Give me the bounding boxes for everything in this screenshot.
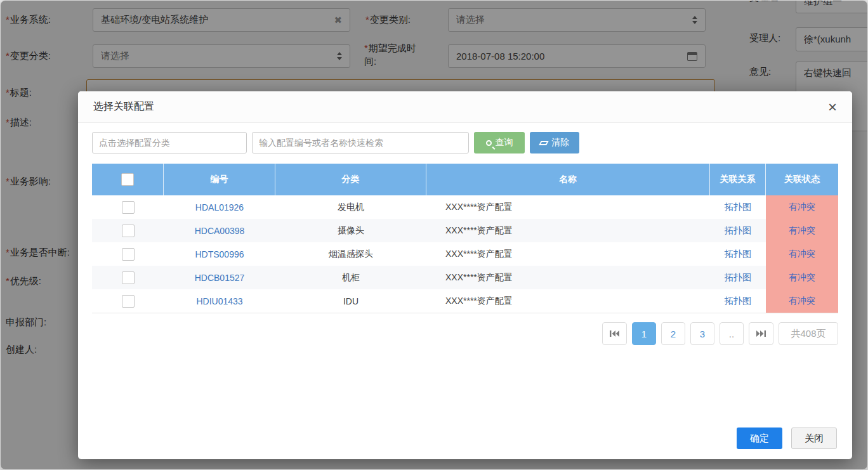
config-name: XXX****资产配置 bbox=[426, 289, 710, 313]
config-name: XXX****资产配置 bbox=[426, 266, 710, 289]
table-row: HDCB01527 机柜 XXX****资产配置 拓扑图 有冲突 bbox=[92, 266, 838, 289]
config-keyword-input[interactable] bbox=[252, 132, 469, 153]
page-button-1[interactable]: 1 bbox=[632, 322, 656, 345]
close-button[interactable]: 关闭 bbox=[791, 428, 837, 449]
config-table: 编号 分类 名称 关联关系 关联状态 HDAL01926 发电机 XXX****… bbox=[92, 164, 838, 313]
header-name: 名称 bbox=[426, 164, 710, 195]
config-id-link[interactable]: HDIU01433 bbox=[164, 289, 275, 313]
row-checkbox[interactable] bbox=[122, 201, 135, 214]
close-icon[interactable]: × bbox=[828, 100, 837, 115]
pagination: 1 2 3 .. 共408页 bbox=[92, 322, 838, 345]
config-id-link[interactable]: HDAL01926 bbox=[164, 195, 275, 219]
dialog-header: 选择关联配置 × bbox=[78, 91, 852, 123]
config-name: XXX****资产配置 bbox=[426, 242, 710, 266]
last-page-button[interactable] bbox=[749, 322, 773, 345]
config-category: 机柜 bbox=[275, 266, 426, 289]
config-name: XXX****资产配置 bbox=[426, 219, 710, 242]
config-id-link[interactable]: HDTS00996 bbox=[164, 242, 275, 266]
search-icon bbox=[486, 140, 492, 146]
topology-link[interactable]: 拓扑图 bbox=[710, 266, 766, 289]
last-page-icon bbox=[756, 330, 766, 337]
eraser-icon bbox=[539, 141, 549, 145]
table-row: HDTS00996 烟温感探头 XXX****资产配置 拓扑图 有冲突 bbox=[92, 242, 838, 266]
dialog-body: 查询 清除 编号 分类 名称 关联关系 关联状态 HD bbox=[78, 123, 852, 345]
header-category: 分类 bbox=[275, 164, 426, 195]
config-id-link[interactable]: HDCA00398 bbox=[164, 219, 275, 242]
total-pages-label: 共408页 bbox=[779, 322, 838, 345]
config-category-input[interactable] bbox=[92, 132, 247, 153]
topology-link[interactable]: 拓扑图 bbox=[710, 242, 766, 266]
table-row: HDAL01926 发电机 XXX****资产配置 拓扑图 有冲突 bbox=[92, 195, 838, 219]
row-checkbox[interactable] bbox=[122, 271, 135, 284]
status-badge[interactable]: 有冲突 bbox=[766, 195, 838, 219]
page-button-2[interactable]: 2 bbox=[661, 322, 685, 345]
row-checkbox[interactable] bbox=[122, 225, 135, 237]
filter-bar: 查询 清除 bbox=[92, 132, 838, 153]
table-row: HDIU01433 IDU XXX****资产配置 拓扑图 有冲突 bbox=[92, 289, 838, 313]
config-category: IDU bbox=[275, 289, 426, 313]
first-page-icon bbox=[609, 330, 620, 337]
table-row: HDCA00398 摄像头 XXX****资产配置 拓扑图 有冲突 bbox=[92, 219, 838, 242]
header-relation: 关联关系 bbox=[710, 164, 766, 195]
topology-link[interactable]: 拓扑图 bbox=[710, 219, 766, 242]
config-name: XXX****资产配置 bbox=[426, 195, 710, 219]
status-badge[interactable]: 有冲突 bbox=[766, 289, 838, 313]
row-checkbox[interactable] bbox=[122, 295, 135, 308]
confirm-button[interactable]: 确定 bbox=[737, 428, 782, 449]
status-badge[interactable]: 有冲突 bbox=[766, 219, 838, 242]
config-category: 摄像头 bbox=[275, 219, 426, 242]
topology-link[interactable]: 拓扑图 bbox=[710, 289, 766, 313]
header-id: 编号 bbox=[164, 164, 275, 195]
screen: *业务系统: 基础环境/变电站系统维护 ✖ *变更类别: 请选择 *变更分类: … bbox=[0, 0, 868, 470]
status-badge[interactable]: 有冲突 bbox=[766, 266, 838, 289]
dialog-title: 选择关联配置 bbox=[93, 100, 154, 114]
first-page-button[interactable] bbox=[602, 322, 627, 345]
row-checkbox[interactable] bbox=[122, 248, 135, 261]
config-category: 发电机 bbox=[275, 195, 426, 219]
page-button-3[interactable]: 3 bbox=[690, 322, 714, 345]
search-button[interactable]: 查询 bbox=[474, 132, 525, 153]
select-all-checkbox[interactable] bbox=[121, 173, 134, 186]
select-related-config-dialog: 选择关联配置 × 查询 清除 编号 分类 bbox=[78, 91, 852, 459]
topology-link[interactable]: 拓扑图 bbox=[710, 195, 766, 219]
config-category: 烟温感探头 bbox=[275, 242, 426, 266]
clear-button[interactable]: 清除 bbox=[530, 132, 579, 153]
page-ellipsis[interactable]: .. bbox=[720, 322, 744, 345]
config-id-link[interactable]: HDCB01527 bbox=[164, 266, 275, 289]
table-header-row: 编号 分类 名称 关联关系 关联状态 bbox=[92, 164, 838, 195]
status-badge[interactable]: 有冲突 bbox=[766, 242, 838, 266]
header-status: 关联状态 bbox=[766, 164, 838, 195]
dialog-footer: 确定 关闭 bbox=[737, 428, 837, 449]
